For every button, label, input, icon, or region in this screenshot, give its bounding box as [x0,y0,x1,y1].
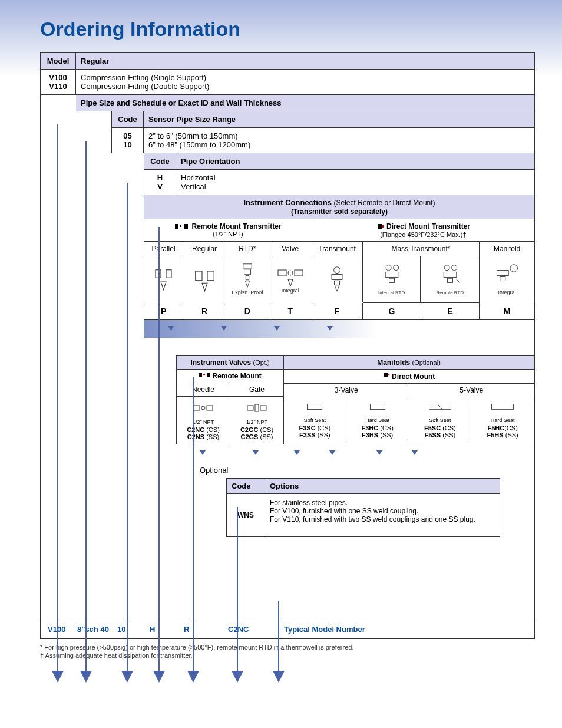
col-5valve: 5-Valve [409,384,534,397]
col-manifold: Manifold [480,242,534,256]
svg-rect-46 [384,373,388,377]
svg-rect-43 [247,406,253,410]
svg-rect-23 [332,274,342,279]
5v-hard-icon [471,397,534,417]
svg-rect-52 [492,404,514,410]
remote-mount-icon [174,223,190,230]
svg-rect-12 [156,270,161,278]
remote-mount-icon [199,373,210,378]
svg-point-21 [288,271,293,275]
icon-regular [183,256,226,302]
needle-icon [178,399,229,419]
letter-g: G [363,303,421,320]
hdr-orient: Pipe Orientation [176,153,534,170]
ordering-table: Model Regular V100V110 Compression Fitti… [40,52,535,639]
icon-mass-remote: Remote RTD [421,256,479,302]
svg-point-25 [386,265,391,271]
svg-rect-45 [255,404,259,411]
orient-desc: HorizontalVertical [176,170,534,195]
svg-rect-39 [207,373,210,377]
svg-rect-16 [243,264,252,268]
svg-rect-9 [184,224,188,229]
svg-point-34 [510,265,518,272]
svg-rect-14 [195,271,201,281]
col-transmount: Transmount [312,242,363,256]
svg-rect-15 [207,271,214,281]
svg-rect-44 [260,406,266,410]
icon-mass-integral: Integral RTD [363,256,421,302]
svg-rect-28 [389,278,394,282]
svg-rect-10 [378,224,382,229]
col-regular: Regular [183,242,226,256]
remote-mount-hdr: Remote Mount Transmitter (1/2" NPT) [144,219,312,242]
svg-line-51 [437,404,442,410]
svg-point-26 [393,265,398,271]
svg-rect-38 [203,374,205,375]
opt-hdr: Options [265,479,500,494]
svg-point-29 [444,265,449,271]
svg-point-22 [334,267,340,274]
svg-rect-17 [244,269,251,275]
conn-selector-tris [144,320,534,338]
direct-mount-hdr: Direct Mount Transmitter (Flanged 450°F/… [312,219,534,242]
col-3valve: 3-Valve [284,384,409,397]
opt-wns: WNS [227,494,265,536]
svg-rect-35 [497,270,508,275]
model-codes: V100V110 [41,70,76,95]
col-valve: Valve [269,242,312,256]
svg-point-42 [201,406,205,410]
typical-model-row: V100 8"sch 40 10 H R C2NC Typical Model … [41,620,534,638]
svg-rect-41 [207,406,213,410]
svg-rect-48 [308,404,322,409]
icon-manifold: Integral [480,256,534,302]
remote-mount-sub: Remote Mount [177,370,283,383]
svg-rect-31 [444,272,457,277]
manifolds-hdr: Manifolds (Optional) [284,356,534,370]
gate-icon [232,399,282,419]
letter-m: M [480,303,534,320]
orient-codes: HV [144,170,176,195]
col-needle: Needle [177,383,230,397]
letter-f: F [312,303,363,320]
opt-desc: For stainless steel pipes. For V100, fur… [265,494,500,528]
svg-rect-40 [194,406,200,410]
letter-e: E [421,303,480,320]
svg-rect-36 [500,276,505,281]
options-table: Code WNS Options For stainless steel pip… [226,478,500,537]
3v-hard-icon [346,397,409,417]
optional-label: Optional [200,462,534,478]
col-mass: Mass Transmount* [363,242,480,256]
col-parallel: Parallel [144,242,183,256]
sensor-desc: 2" to 6" (50mm to 150mm)6" to 48" (150mm… [144,128,534,153]
sensor-codes: 0510 [111,128,144,153]
icon-parallel [144,256,183,302]
svg-rect-27 [385,272,398,277]
svg-rect-47 [388,374,389,375]
letter-r: R [183,303,226,320]
svg-rect-11 [382,225,384,228]
col-gate: Gate [230,383,283,397]
svg-rect-37 [199,373,202,377]
footnotes: * For high pressure (>500psig) or high t… [40,644,535,659]
direct-mount-icon [383,372,390,379]
svg-point-30 [452,265,457,271]
icon-rtd: Explsn. Proof [226,256,269,302]
inst-valves-hdr: Instrument Valves (Opt.) [177,356,283,370]
opt-code-hdr: Code [227,479,265,494]
svg-rect-24 [335,281,340,285]
svg-rect-49 [370,404,385,409]
icon-valve: Integral [269,256,312,302]
direct-mount-icon [376,223,385,231]
model-desc: Compression Fitting (Single Support)Comp… [76,70,534,95]
letter-t: T [269,303,312,320]
5v-soft-icon [409,397,471,417]
direct-mount-sub: Direct Mount [284,370,534,384]
col-rtd: RTD* [226,242,269,256]
letter-p: P [144,303,183,320]
hdr-code-orient: Code [144,153,176,170]
hdr-model: Model [41,53,76,70]
svg-rect-13 [166,270,171,278]
svg-rect-19 [278,270,286,276]
pipe-size-band: Pipe Size and Schedule or Exact ID and W… [76,95,534,111]
conn-header: Instrument Connections (Select Remote or… [144,195,534,219]
